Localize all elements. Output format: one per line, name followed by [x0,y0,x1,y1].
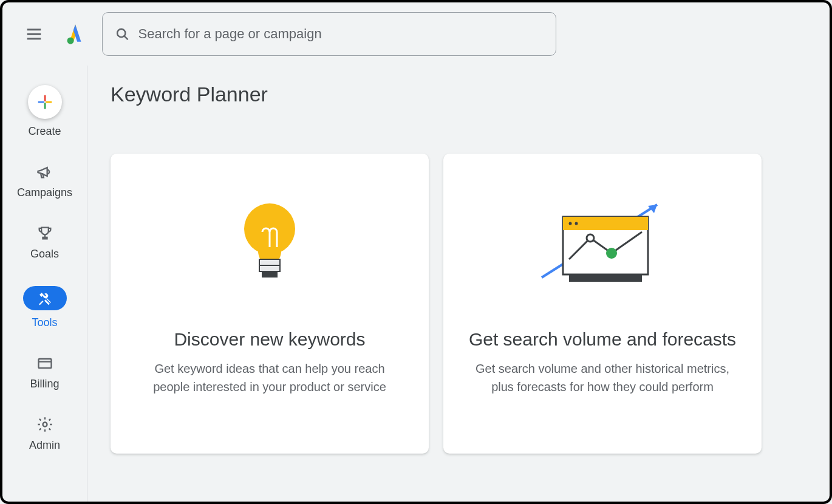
svg-rect-2 [27,38,41,39]
svg-rect-15 [259,265,280,271]
svg-rect-10 [38,359,51,368]
main-content: Keyword Planner Dis [87,66,830,502]
forecast-chart-icon [533,199,672,290]
svg-point-24 [606,248,617,259]
sidebar-label-goals: Goals [30,248,59,261]
chart-illustration [533,192,672,296]
plus-icon [36,93,54,111]
sidebar-active-pill [23,286,67,310]
svg-line-5 [124,36,128,40]
create-button[interactable] [28,85,62,119]
search-input[interactable] [138,26,544,42]
search-icon [115,26,130,42]
card-title: Discover new keywords [174,327,365,351]
sidebar-item-tools[interactable]: Tools [23,286,67,329]
svg-rect-9 [46,101,52,103]
svg-rect-8 [38,101,44,103]
svg-point-22 [575,222,578,225]
card-search-volume-forecasts[interactable]: Get search volume and forecasts Get sear… [443,154,762,454]
sidebar-label-tools: Tools [32,316,57,329]
sidebar-label-create: Create [28,125,61,138]
card-icon [36,355,53,372]
app-logo[interactable] [63,22,87,46]
topbar [2,2,830,66]
trophy-icon [36,225,53,242]
sidebar-item-create[interactable]: Create [28,85,62,138]
card-subtitle: Get search volume and other historical m… [468,359,737,396]
svg-point-12 [43,423,47,427]
sidebar-item-billing[interactable]: Billing [30,355,59,390]
hamburger-icon [25,25,43,43]
cards-row: Discover new keywords Get keyword ideas … [111,154,806,454]
sidebar-item-campaigns[interactable]: Campaigns [17,163,72,199]
lightbulb-icon [236,199,303,290]
svg-rect-7 [44,103,46,109]
lightbulb-illustration [236,192,303,296]
sidebar: Create Campaigns Goals Tools [2,66,87,502]
tools-icon [38,291,52,305]
sidebar-item-goals[interactable]: Goals [30,225,59,261]
svg-rect-6 [44,95,46,101]
card-discover-keywords[interactable]: Discover new keywords Get keyword ideas … [111,154,429,454]
svg-rect-0 [27,29,41,30]
megaphone-icon [36,163,53,180]
sidebar-label-billing: Billing [30,378,59,390]
menu-button[interactable] [19,19,49,49]
svg-rect-1 [27,33,41,35]
sidebar-label-campaigns: Campaigns [17,186,72,199]
svg-point-3 [67,38,74,44]
ads-logo-icon [64,22,87,46]
card-subtitle: Get keyword ideas that can help you reac… [135,359,404,396]
svg-rect-25 [569,274,642,282]
svg-rect-14 [259,259,280,265]
svg-point-4 [117,29,125,37]
svg-point-21 [569,222,572,225]
svg-point-23 [587,234,594,242]
sidebar-label-admin: Admin [29,439,60,452]
gear-icon [36,416,53,433]
card-title: Get search volume and forecasts [469,327,736,351]
svg-rect-16 [262,271,278,278]
search-box[interactable] [102,12,556,56]
page-title: Keyword Planner [111,83,806,106]
sidebar-item-admin[interactable]: Admin [29,416,60,452]
